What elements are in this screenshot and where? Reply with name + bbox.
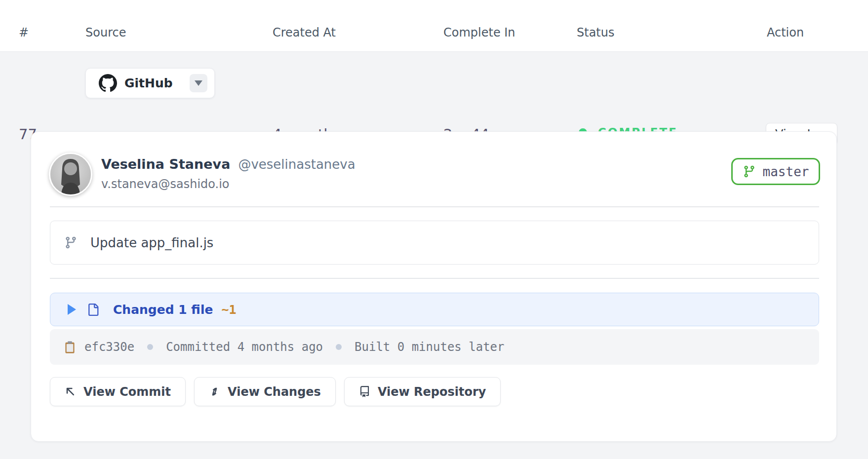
builds-table-header: # Source Created At Complete In Status A…: [0, 0, 868, 52]
github-icon: [99, 74, 117, 92]
column-header-source: Source: [85, 26, 126, 39]
author-email: v.staneva@sashido.io: [101, 177, 230, 191]
dot-separator-icon: [147, 344, 153, 350]
source-label: GitHub: [124, 76, 173, 90]
commit-info-row: efc330e Committed 4 months ago Built 0 m…: [50, 329, 819, 365]
view-commit-button[interactable]: View Commit: [50, 377, 186, 406]
card-actions-row: View Commit View Changes View Repository: [50, 377, 501, 406]
branch-badge: master: [731, 158, 820, 185]
clipboard-icon: [63, 341, 77, 354]
modified-count-badge: ~1: [221, 303, 236, 317]
changed-files-label: Changed 1 file: [113, 303, 213, 317]
column-header-complete-in: Complete In: [443, 26, 515, 39]
author-handle: @veselinastaneva: [238, 157, 355, 172]
dot-separator-icon: [336, 344, 342, 350]
build-detail-card: Veselina Staneva @veselinastaneva v.stan…: [31, 131, 837, 442]
author-line: Veselina Staneva @veselinastaneva: [101, 156, 355, 172]
source-dropdown[interactable]: GitHub: [85, 68, 215, 98]
column-header-created-at: Created At: [273, 26, 336, 39]
branch-name: master: [763, 164, 809, 179]
view-changes-button[interactable]: View Changes: [194, 377, 336, 406]
source-caret-box[interactable]: [190, 74, 207, 92]
view-repository-label: View Repository: [378, 385, 486, 399]
build-table-row: 77 GitHub 4 months ago 2m 44s COMPLETE V…: [0, 52, 868, 131]
file-icon: [87, 304, 99, 316]
author-name: Veselina Staneva: [101, 156, 230, 172]
view-commit-label: View Commit: [83, 385, 171, 399]
column-header-status: Status: [577, 26, 614, 39]
arrow-up-left-icon: [65, 386, 76, 397]
view-changes-label: View Changes: [228, 385, 321, 399]
changed-files-toggle[interactable]: Changed 1 file ~1: [50, 293, 819, 326]
view-repository-button[interactable]: View Repository: [344, 377, 501, 406]
avatar: [49, 153, 92, 196]
swap-arrows-icon: [209, 386, 220, 397]
commit-message: Update app_final.js: [90, 235, 213, 250]
column-header-number: #: [19, 26, 29, 39]
git-branch-icon: [743, 165, 756, 178]
commit-sha: efc330e: [84, 340, 134, 354]
git-branch-icon: [64, 236, 78, 249]
chevron-down-icon: [195, 80, 202, 86]
column-header-action: Action: [767, 26, 804, 39]
committed-time: Committed 4 months ago: [166, 340, 323, 354]
repo-icon: [359, 386, 370, 397]
divider: [50, 278, 819, 279]
play-icon: [68, 304, 76, 315]
divider: [50, 206, 819, 207]
commit-message-box: Update app_final.js: [50, 221, 819, 265]
built-time: Built 0 minutes later: [355, 340, 504, 354]
